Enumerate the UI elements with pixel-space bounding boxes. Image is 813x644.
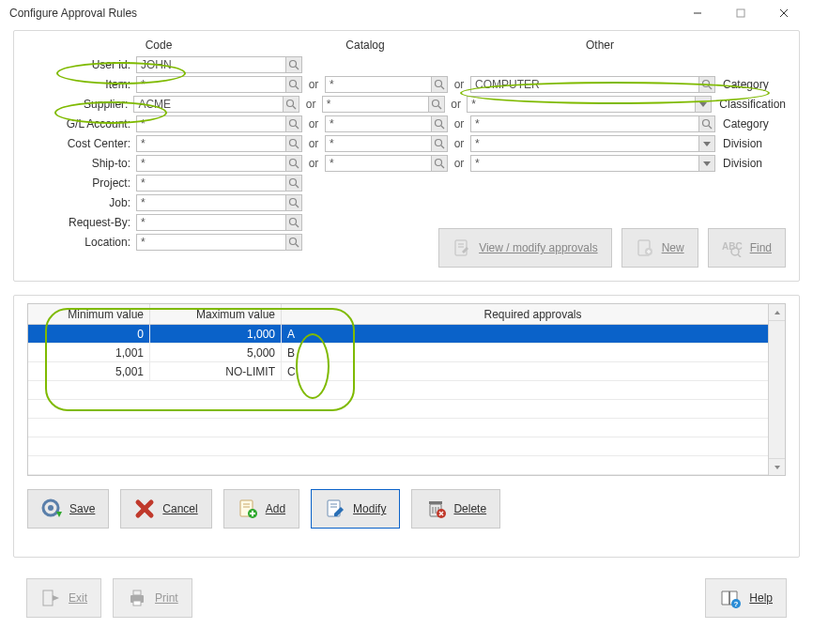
table-row[interactable]: 1,0015,000B <box>28 344 785 362</box>
code-input[interactable]: * <box>136 175 286 192</box>
svg-rect-78 <box>133 590 141 595</box>
code-input[interactable]: * <box>136 76 286 93</box>
svg-point-14 <box>432 100 438 107</box>
lookup-icon[interactable] <box>285 214 302 231</box>
cell-max: NO-LIMIT <box>150 362 282 380</box>
svg-marker-52 <box>775 466 780 469</box>
code-input[interactable]: * <box>136 194 286 211</box>
header-other: Other <box>459 38 741 52</box>
table-row[interactable] <box>28 437 785 456</box>
col-max-header[interactable]: Maximum value <box>150 304 282 324</box>
col-min-header[interactable]: Minimum value <box>28 304 150 324</box>
filter-row: G/L Account:*or*or*Category <box>27 115 786 133</box>
code-input[interactable]: * <box>136 155 286 172</box>
print-button[interactable]: Print <box>113 578 192 618</box>
svg-rect-1 <box>737 9 744 17</box>
or-label: or <box>448 137 470 150</box>
modify-button[interactable]: Modify <box>311 489 400 529</box>
find-button[interactable]: ABC Find <box>708 228 786 268</box>
delete-label: Delete <box>453 502 486 515</box>
table-row[interactable] <box>28 381 785 400</box>
code-input[interactable]: * <box>136 115 286 132</box>
or-label: or <box>302 137 325 150</box>
other-input[interactable]: * <box>467 96 696 113</box>
lookup-icon[interactable] <box>431 135 448 152</box>
scroll-up-icon[interactable] <box>769 304 785 321</box>
catalog-input[interactable]: * <box>325 155 432 172</box>
lookup-icon[interactable] <box>285 135 302 152</box>
svg-rect-41 <box>455 240 467 255</box>
lookup-icon[interactable] <box>285 76 302 93</box>
other-input[interactable]: COMPUTER <box>470 76 699 93</box>
catalog-input[interactable]: * <box>325 76 432 93</box>
svg-point-39 <box>290 238 297 245</box>
new-button-label: New <box>662 241 684 254</box>
or-label: or <box>302 117 325 130</box>
col-req-header[interactable]: Required approvals <box>282 304 785 324</box>
lookup-icon[interactable] <box>285 115 302 132</box>
lookup-icon[interactable] <box>285 194 302 211</box>
exit-button[interactable]: Exit <box>26 578 101 618</box>
print-icon <box>127 588 147 608</box>
cancel-icon <box>134 498 155 519</box>
add-label: Add <box>266 502 285 515</box>
add-icon <box>238 498 258 519</box>
lookup-icon[interactable] <box>428 96 445 113</box>
catalog-input[interactable]: * <box>325 115 432 132</box>
help-button[interactable]: ? Help <box>705 578 787 618</box>
code-input[interactable]: * <box>136 135 286 152</box>
table-row[interactable]: 5,001NO-LIMITC <box>28 362 785 381</box>
other-input[interactable]: * <box>470 155 699 172</box>
print-label: Print <box>155 591 178 605</box>
view-modify-approvals-button[interactable]: View / modify approvals <box>438 228 612 268</box>
lookup-icon[interactable] <box>285 155 302 172</box>
window-minimize-button[interactable] <box>676 0 719 26</box>
dropdown-icon[interactable] <box>698 135 715 152</box>
lookup-icon[interactable] <box>283 96 299 113</box>
window-close-button[interactable] <box>762 0 805 26</box>
svg-line-18 <box>296 126 299 129</box>
lookup-icon[interactable] <box>431 76 448 93</box>
svg-point-37 <box>290 219 297 225</box>
lookup-icon[interactable] <box>285 234 302 251</box>
code-input[interactable]: * <box>136 214 286 231</box>
other-input[interactable]: * <box>470 135 699 152</box>
approvals-grid[interactable]: Minimum value Maximum value Required app… <box>27 303 786 476</box>
svg-line-40 <box>296 244 299 247</box>
dropdown-icon[interactable] <box>695 96 712 113</box>
lookup-icon[interactable] <box>285 175 302 192</box>
new-button[interactable]: New <box>621 228 698 268</box>
action-toolbar: Save Cancel Add Modify Delete <box>27 489 786 529</box>
catalog-input[interactable]: * <box>322 96 429 113</box>
cancel-button[interactable]: Cancel <box>120 489 211 529</box>
grid-scrollbar[interactable] <box>768 304 785 475</box>
code-input[interactable]: * <box>136 234 286 251</box>
row-label: Supplier: <box>27 98 133 111</box>
modify-label: Modify <box>353 502 386 515</box>
save-button[interactable]: Save <box>27 489 109 529</box>
table-row[interactable] <box>28 419 785 437</box>
lookup-icon[interactable] <box>431 115 448 132</box>
delete-button[interactable]: Delete <box>411 489 500 529</box>
filter-panel: Code Catalog Other User id:JOHNItem:*or*… <box>13 30 800 282</box>
lookup-icon[interactable] <box>285 56 302 73</box>
scroll-down-icon[interactable] <box>769 458 785 475</box>
add-button[interactable]: Add <box>223 489 299 529</box>
code-input[interactable]: ACME <box>133 96 284 113</box>
svg-point-17 <box>290 120 297 127</box>
lookup-icon[interactable] <box>698 76 715 93</box>
lookup-icon[interactable] <box>431 155 448 172</box>
table-row[interactable] <box>28 400 785 419</box>
other-input[interactable]: * <box>470 115 699 132</box>
cell-min: 1,001 <box>28 344 150 361</box>
filter-toolbar: View / modify approvals New ABC Find <box>438 228 786 268</box>
lookup-icon[interactable] <box>698 115 715 132</box>
dropdown-icon[interactable] <box>698 155 715 172</box>
table-row[interactable] <box>28 456 785 475</box>
code-input[interactable]: JOHN <box>136 56 286 73</box>
table-row[interactable]: 01,000A <box>28 325 785 344</box>
window-maximize-button[interactable] <box>719 0 762 26</box>
catalog-input[interactable]: * <box>325 135 432 152</box>
filter-row: Ship-to:*or*or*Division <box>27 154 786 173</box>
grid-header: Minimum value Maximum value Required app… <box>28 304 785 325</box>
